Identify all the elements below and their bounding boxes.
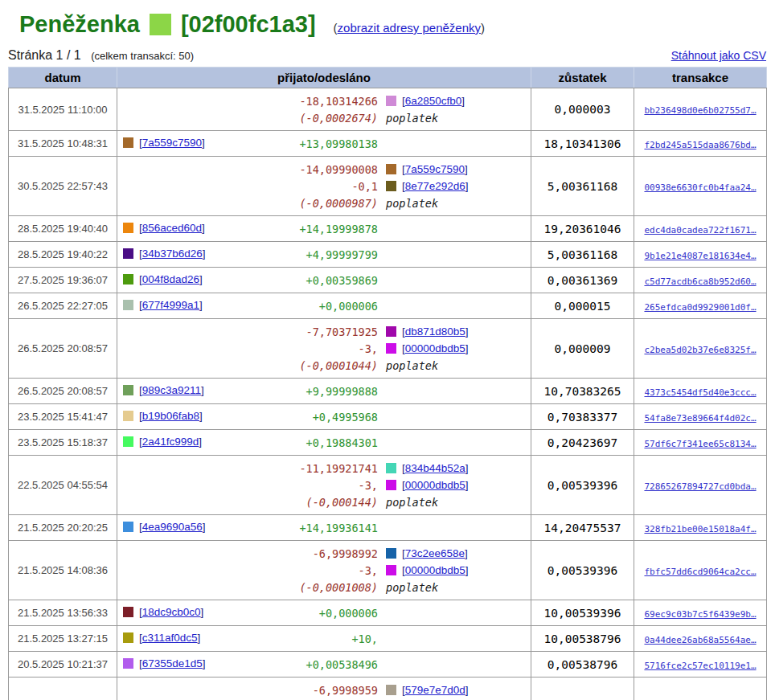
transaction-link[interactable]: 328fb21be00e15018a4f…: [644, 524, 756, 534]
address-link[interactable]: 579e7e7d0d: [405, 684, 465, 696]
wallet-addresses: (zobrazit adresy peněženky): [334, 21, 485, 35]
address: [18dc9cb0c0]: [123, 606, 203, 618]
address-link[interactable]: 00000dbdb5: [405, 342, 465, 354]
transaction-link[interactable]: bb236498d0e6b02755d7…: [644, 105, 756, 116]
amount-line: [856aced60d]+14,19999878: [122, 220, 526, 237]
transaction-row: 28.5.2025 19:40:22 [34b37b6d26]+4,999997…: [9, 242, 767, 268]
transaction-link[interactable]: 4373c5454df5d40e3ccc…: [644, 387, 756, 398]
amount-value: -3,: [260, 564, 378, 577]
address: [8e77e292d6]: [386, 180, 469, 192]
date-cell: 27.5.2025 19:36:07: [9, 268, 117, 293]
tx-cell: 265efdca0d9929001d0f…: [634, 293, 767, 319]
lines: -18,10314266[6a2850cfb0](-0,0002674)popl…: [122, 92, 526, 126]
amount-cell: [677f4999a1]+0,000006: [117, 293, 531, 319]
amount-value: (-0,0000987): [260, 197, 378, 210]
address-color-icon: [386, 164, 396, 174]
address-link[interactable]: 73c2ee658e: [405, 547, 465, 559]
address: [73c2ee658e]: [386, 547, 468, 559]
show-addresses-link[interactable]: zobrazit adresy peněženky: [338, 21, 481, 35]
address-link[interactable]: 34b37b6d26: [142, 248, 203, 260]
amount-value: -18,10314266: [260, 95, 378, 108]
amount-value: +10,: [260, 632, 378, 645]
bracket-close: ]: [465, 342, 469, 354]
address-color-icon: [386, 463, 396, 473]
pagination-info: Stránka 1 / 1 (celkem transakcí: 50): [8, 48, 194, 63]
lines: [989c3a9211]+9,99999888: [122, 383, 526, 399]
transaction-link[interactable]: 00938e6630fc0b4faa24…: [644, 182, 756, 193]
address-link[interactable]: 00000dbdb5: [405, 564, 465, 576]
date-cell: 31.5.2025 10:48:31: [9, 131, 117, 157]
address: [856aced60d]: [123, 222, 205, 234]
balance-cell: 0,70383377: [531, 404, 634, 430]
download-csv-link[interactable]: Stáhnout jako CSV: [671, 49, 766, 62]
address-link[interactable]: 8e77e292d6: [405, 180, 465, 192]
amount-line: (-0,0002674)poplatek: [122, 109, 526, 126]
address-link[interactable]: 18dc9cb0c0: [142, 606, 201, 618]
amount-value: (-0,0002674): [260, 112, 378, 125]
lines: [67355de1d5]+0,00538496: [122, 656, 526, 673]
amount-value: -7,70371925: [260, 325, 378, 338]
address-link[interactable]: 2a41fc999d: [142, 436, 199, 448]
bracket-close: ]: [198, 632, 201, 644]
amount-line: [18dc9cb0c0]+0,000006: [122, 604, 526, 621]
transaction-link[interactable]: edc4da0cadea722f1671…: [644, 225, 756, 235]
address: [989c3a9211]: [123, 384, 204, 396]
amount-cell: [2a41fc999d]+0,19884301: [117, 430, 531, 456]
address-link[interactable]: 989c3a9211: [142, 384, 201, 396]
amount-line: [b19b06fab8]+0,4995968: [122, 408, 526, 425]
address-link[interactable]: db871d80b5: [405, 325, 465, 338]
transaction-link[interactable]: 54fa8e73e89664f4d02c…: [644, 413, 756, 424]
bracket-close: ]: [465, 547, 468, 559]
address-link[interactable]: 4ea9690a56: [142, 521, 203, 533]
amount-value: +4,99999799: [260, 248, 378, 261]
lines: [004f8dad26]+0,00359869: [122, 272, 526, 289]
transaction-link[interactable]: fbfc57dd6cd9064ca2cc…: [644, 567, 756, 577]
date-cell: 23.5.2025 15:41:47: [9, 404, 117, 430]
address-link[interactable]: 7a559c7590: [142, 137, 202, 149]
column-header-date: datum: [9, 68, 117, 88]
transaction-row: 21.5.2025 14:08:36 -6,9998992[73c2ee658e…: [9, 541, 767, 600]
amount-line: -3,[00000dbdb5]: [122, 477, 526, 493]
address-link[interactable]: 7a559c7590: [405, 163, 465, 175]
bracket-close: ]: [461, 95, 465, 107]
bracket-close: ]: [202, 137, 205, 149]
address-link[interactable]: 00000dbdb5: [405, 479, 465, 491]
transaction-link[interactable]: f2bd245a515daa8676bd…: [644, 140, 756, 150]
address-color-icon: [386, 480, 396, 490]
transaction-link[interactable]: 69ec9c03b7c5f6439e9b…: [644, 609, 756, 620]
amount-cell: -14,09990008[7a559c7590]-0,1[8e77e292d6]…: [117, 157, 531, 216]
fee-label: poplatek: [386, 496, 438, 509]
transaction-link[interactable]: c2bea5d02b37e6e8325f…: [644, 345, 756, 355]
address-link[interactable]: c311af0dc5: [142, 632, 198, 644]
transaction-link[interactable]: 0a44dee26ab68a5564ae…: [644, 635, 756, 645]
address-link[interactable]: 856aced60d: [142, 222, 202, 234]
address: [00000dbdb5]: [386, 479, 469, 491]
transaction-link[interactable]: 9b1e21e4087e181634e4…: [644, 251, 756, 261]
column-header-transaction: transakce: [634, 68, 767, 88]
address-link[interactable]: 6a2850cfb0: [405, 95, 462, 107]
amount-cell: -7,70371925[db871d80b5]-3,[00000dbdb5](-…: [117, 319, 531, 379]
address-link[interactable]: b19b06fab8: [142, 410, 199, 422]
wallet-page: Peněženka [02f00fc1a3] (zobrazit adresy …: [0, 11, 771, 700]
address-link[interactable]: 677f4999a1: [142, 299, 199, 311]
address-link[interactable]: 834b44b52a: [405, 462, 465, 474]
date-cell: 20.5.2025 10:21:37: [9, 652, 117, 677]
transaction-link[interactable]: 5716fce2c57ec10119e1…: [644, 661, 756, 671]
transaction-link[interactable]: 72865267894727cd0bda…: [644, 481, 756, 492]
tx-cell: 69ec9c03b7c5f6439e9b…: [634, 600, 767, 626]
transaction-link[interactable]: 57df6c7f341ee65c8134…: [644, 439, 756, 449]
bracket-close: ]: [465, 325, 469, 338]
transaction-link[interactable]: 265efdca0d9929001d0f…: [644, 302, 756, 313]
amount-value: +0,00538496: [260, 658, 378, 671]
date-cell: 31.5.2025 11:10:00: [9, 88, 117, 131]
transaction-row: 27.5.2025 19:36:07 [004f8dad26]+0,003598…: [9, 268, 767, 293]
amount-line: [7a559c7590]+13,09980138: [122, 135, 526, 152]
transaction-row: 23.5.2025 15:41:47 [b19b06fab8]+0,499596…: [9, 404, 767, 430]
transaction-link[interactable]: c5d77acdb6ca8b952d60…: [644, 276, 756, 287]
date-cell: 28.5.2025 19:40:22: [9, 242, 117, 268]
address-link[interactable]: 67355de1d5: [142, 657, 203, 669]
amount-line: -11,19921741[834b44b52a]: [122, 460, 526, 477]
transactions-body: 31.5.2025 11:10:00 -18,10314266[6a2850cf…: [9, 88, 767, 700]
amount-line: (-0,0001008)poplatek: [122, 579, 526, 596]
address-link[interactable]: 004f8dad26: [142, 273, 199, 285]
